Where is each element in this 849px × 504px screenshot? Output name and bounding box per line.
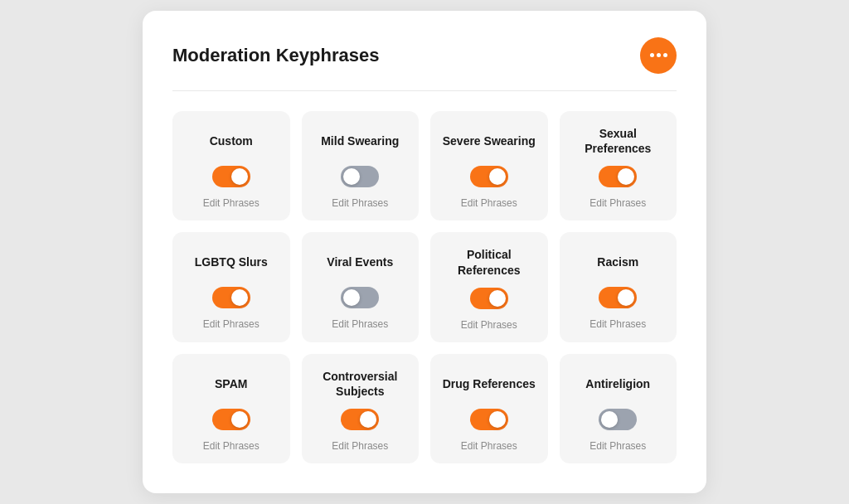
tile-political-references: Political ReferencesEdit Phrases [430, 232, 548, 342]
edit-phrases-drug-references[interactable]: Edit Phrases [461, 440, 517, 452]
edit-phrases-racism[interactable]: Edit Phrases [589, 318, 646, 330]
edit-phrases-antireligion[interactable]: Edit Phrases [589, 440, 646, 452]
toggle-knob-severe-swearing [489, 168, 506, 185]
toggle-racism[interactable] [599, 287, 637, 308]
tile-mild-swearing: Mild SwearingEdit Phrases [302, 111, 420, 220]
tile-spam: SPAMEdit Phrases [172, 354, 290, 463]
tile-viral-events: Viral EventsEdit Phrases [302, 232, 420, 342]
toggle-wrapper-drug-references [470, 409, 508, 430]
toggle-drug-references[interactable] [470, 409, 508, 430]
toggle-wrapper-spam [212, 409, 250, 430]
tile-antireligion: AntireligionEdit Phrases [560, 354, 677, 463]
tile-label-spam: SPAM [215, 369, 247, 399]
edit-phrases-viral-events[interactable]: Edit Phrases [332, 318, 388, 330]
toggle-political-references[interactable] [470, 288, 508, 309]
tile-label-lgbtq-slurs: LGBTQ Slurs [195, 247, 268, 277]
tile-label-political-references: Political References [440, 247, 538, 277]
toggle-knob-racism [618, 289, 634, 306]
toggle-controversial-subjects[interactable] [341, 409, 379, 430]
page-title: Moderation Keyphrases [172, 45, 379, 66]
toggle-wrapper-political-references [470, 288, 508, 309]
toggle-wrapper-viral-events [341, 287, 379, 308]
toggle-wrapper-controversial-subjects [341, 409, 379, 430]
toggle-knob-drug-references [489, 411, 506, 428]
toggle-knob-mild-swearing [343, 168, 360, 185]
edit-phrases-severe-swearing[interactable]: Edit Phrases [461, 197, 517, 209]
tile-label-drug-references: Drug References [443, 369, 536, 399]
tile-sexual-preferences: Sexual PreferencesEdit Phrases [560, 111, 677, 220]
toggle-wrapper-antireligion [599, 409, 637, 430]
moderation-keyphrases-card: Moderation Keyphrases CustomEdit Phrases… [143, 11, 706, 493]
tile-severe-swearing: Severe SwearingEdit Phrases [430, 111, 548, 220]
toggle-knob-political-references [489, 290, 506, 307]
tile-label-racism: Racism [597, 247, 638, 277]
toggle-wrapper-lgbtq-slurs [212, 287, 250, 308]
tile-lgbtq-slurs: LGBTQ SlursEdit Phrases [172, 232, 290, 342]
dot-3 [663, 53, 667, 57]
toggle-knob-sexual-preferences [618, 168, 634, 185]
toggle-wrapper-custom [212, 166, 250, 187]
toggle-viral-events[interactable] [341, 287, 379, 308]
edit-phrases-controversial-subjects[interactable]: Edit Phrases [332, 440, 388, 452]
dot-1 [650, 53, 654, 57]
toggle-spam[interactable] [212, 409, 250, 430]
toggle-wrapper-severe-swearing [470, 166, 508, 187]
toggle-custom[interactable] [212, 166, 250, 187]
edit-phrases-political-references[interactable]: Edit Phrases [461, 319, 517, 331]
tile-label-antireligion: Antireligion [585, 369, 650, 399]
toggle-lgbtq-slurs[interactable] [212, 287, 250, 308]
tile-drug-references: Drug ReferencesEdit Phrases [430, 354, 548, 463]
tile-racism: RacismEdit Phrases [560, 232, 677, 342]
toggle-sexual-preferences[interactable] [599, 166, 637, 187]
toggle-wrapper-mild-swearing [341, 166, 379, 187]
edit-phrases-lgbtq-slurs[interactable]: Edit Phrases [203, 318, 260, 330]
toggle-wrapper-sexual-preferences [599, 166, 637, 187]
edit-phrases-mild-swearing[interactable]: Edit Phrases [332, 197, 388, 209]
tile-label-mild-swearing: Mild Swearing [321, 126, 399, 156]
toggle-knob-lgbtq-slurs [231, 289, 248, 306]
tile-label-sexual-preferences: Sexual Preferences [570, 126, 667, 156]
toggle-knob-spam [231, 411, 248, 428]
tiles-grid: CustomEdit PhrasesMild SwearingEdit Phra… [172, 111, 677, 463]
card-header: Moderation Keyphrases [172, 37, 677, 91]
toggle-wrapper-racism [599, 287, 637, 308]
edit-phrases-spam[interactable]: Edit Phrases [203, 440, 260, 452]
toggle-knob-custom [231, 168, 248, 185]
dot-2 [657, 53, 661, 57]
edit-phrases-sexual-preferences[interactable]: Edit Phrases [589, 197, 646, 209]
toggle-severe-swearing[interactable] [470, 166, 508, 187]
toggle-knob-viral-events [343, 289, 360, 306]
tile-custom: CustomEdit Phrases [172, 111, 290, 220]
tile-label-viral-events: Viral Events [327, 247, 393, 277]
edit-phrases-custom[interactable]: Edit Phrases [203, 197, 260, 209]
more-options-button[interactable] [640, 37, 677, 74]
toggle-knob-antireligion [601, 411, 618, 428]
tile-label-controversial-subjects: Controversial Subjects [312, 369, 410, 399]
tile-label-severe-swearing: Severe Swearing [443, 126, 536, 156]
toggle-mild-swearing[interactable] [341, 166, 379, 187]
toggle-knob-controversial-subjects [360, 411, 376, 428]
tile-controversial-subjects: Controversial SubjectsEdit Phrases [302, 354, 420, 463]
tile-label-custom: Custom [210, 126, 253, 156]
toggle-antireligion[interactable] [599, 409, 637, 430]
